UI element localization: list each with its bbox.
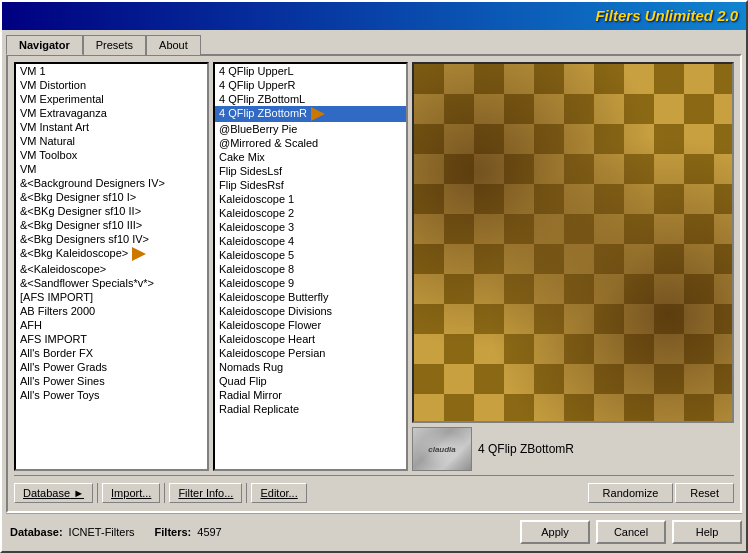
right-list-item[interactable]: Kaleidoscope 4	[215, 234, 406, 248]
filter-name-label: 4 QFlip ZBottomR	[478, 442, 734, 456]
left-list-item[interactable]: VM Natural	[16, 134, 207, 148]
help-button[interactable]: Help	[672, 520, 742, 544]
bottom-toolbar: Database ► Import... Filter Info... Edit…	[14, 475, 734, 505]
right-list-item[interactable]: Quad Flip	[215, 374, 406, 388]
left-list-item[interactable]: VM Distortion	[16, 78, 207, 92]
editor-button[interactable]: Editor...	[251, 483, 306, 503]
right-list-item[interactable]: @BlueBerry Pie	[215, 122, 406, 136]
tab-bar: Navigator Presets About	[6, 34, 742, 54]
title-bar: Filters Unlimited 2.0	[2, 2, 746, 30]
status-filters: Filters: 4597	[155, 526, 222, 538]
arrow-indicator	[311, 107, 325, 121]
right-list-item[interactable]: 4 QFlip UpperL	[215, 64, 406, 78]
separator-1	[97, 483, 98, 503]
right-list-item[interactable]: Kaleidoscope 5	[215, 248, 406, 262]
checker-pattern	[414, 64, 732, 421]
randomize-button[interactable]: Randomize	[588, 483, 674, 503]
right-list-item[interactable]: Kaleidoscope 2	[215, 206, 406, 220]
left-list-item[interactable]: VM Extravaganza	[16, 106, 207, 120]
filters-label: Filters:	[155, 526, 192, 538]
right-list-item[interactable]: Radial Replicate	[215, 402, 406, 416]
left-list-item[interactable]: AB Filters 2000	[16, 304, 207, 318]
separator-3	[246, 483, 247, 503]
left-list-item[interactable]: All's Power Sines	[16, 374, 207, 388]
preview-image	[412, 62, 734, 423]
right-list-item[interactable]: Kaleidoscope Divisions	[215, 304, 406, 318]
left-list-item[interactable]: All's Power Toys	[16, 388, 207, 402]
right-list-item[interactable]: 4 QFlip UpperR	[215, 78, 406, 92]
left-list-item[interactable]: AFS IMPORT	[16, 332, 207, 346]
right-list-item[interactable]: Kaleidoscope Persian	[215, 346, 406, 360]
right-list-item[interactable]: Radial Mirror	[215, 388, 406, 402]
claudia-logo: claudia	[413, 428, 471, 470]
right-list-item[interactable]: Kaleidoscope Butterfly	[215, 290, 406, 304]
arrow-indicator	[132, 247, 146, 261]
status-section: Database: ICNET-Filters Filters: 4597	[6, 526, 226, 538]
preview-area: claudia 4 QFlip ZBottomR	[412, 62, 734, 471]
apply-button[interactable]: Apply	[520, 520, 590, 544]
right-list-item[interactable]: Kaleidoscope 8	[215, 262, 406, 276]
filter-info-button[interactable]: Filter Info...	[169, 483, 242, 503]
left-list-item[interactable]: VM Experimental	[16, 92, 207, 106]
content-area: VM 1VM DistortionVM ExperimentalVM Extra…	[6, 54, 742, 513]
left-list-item[interactable]: &<BKg Designer sf10 II>	[16, 204, 207, 218]
upper-panel: VM 1VM DistortionVM ExperimentalVM Extra…	[14, 62, 734, 471]
status-database: Database: ICNET-Filters	[10, 526, 135, 538]
database-button[interactable]: Database ►	[14, 483, 93, 503]
right-list-item[interactable]: 4 QFlip ZBottomL	[215, 92, 406, 106]
right-list-item[interactable]: 4 QFlip ZBottomR	[215, 106, 406, 122]
import-button[interactable]: Import...	[102, 483, 160, 503]
left-list[interactable]: VM 1VM DistortionVM ExperimentalVM Extra…	[14, 62, 209, 471]
left-list-item[interactable]: VM Toolbox	[16, 148, 207, 162]
preview-info: claudia 4 QFlip ZBottomR	[412, 427, 734, 471]
preview-thumb: claudia	[412, 427, 472, 471]
left-list-item[interactable]: All's Power Grads	[16, 360, 207, 374]
separator-2	[164, 483, 165, 503]
action-buttons: Apply Cancel Help	[520, 520, 742, 544]
left-list-item[interactable]: All's Border FX	[16, 346, 207, 360]
left-list-item[interactable]: VM	[16, 162, 207, 176]
left-list-item[interactable]: VM Instant Art	[16, 120, 207, 134]
reset-button[interactable]: Reset	[675, 483, 734, 503]
app-title: Filters Unlimited 2.0	[595, 7, 738, 24]
left-list-item[interactable]: &<Bkg Designer sf10 III>	[16, 218, 207, 232]
left-list-item[interactable]: &<Sandflower Specials*v*>	[16, 276, 207, 290]
right-list-item[interactable]: Nomads Rug	[215, 360, 406, 374]
database-value: ICNET-Filters	[69, 526, 135, 538]
right-list-item[interactable]: Kaleidoscope 3	[215, 220, 406, 234]
tab-navigator[interactable]: Navigator	[6, 35, 83, 55]
filters-value: 4597	[197, 526, 221, 538]
right-list-item[interactable]: Kaleidoscope 9	[215, 276, 406, 290]
tab-about[interactable]: About	[146, 35, 201, 55]
right-list-inner[interactable]: 4 QFlip UpperL4 QFlip UpperR4 QFlip ZBot…	[215, 64, 406, 469]
cancel-button[interactable]: Cancel	[596, 520, 666, 544]
left-list-item[interactable]: &<Bkg Designers sf10 IV>	[16, 232, 207, 246]
right-list-item[interactable]: Cake Mix	[215, 150, 406, 164]
right-list[interactable]: 4 QFlip UpperL4 QFlip UpperR4 QFlip ZBot…	[213, 62, 408, 471]
right-list-item[interactable]: @Mirrored & Scaled	[215, 136, 406, 150]
left-list-item[interactable]: &<Bkg Kaleidoscope>	[16, 246, 207, 262]
left-list-inner[interactable]: VM 1VM DistortionVM ExperimentalVM Extra…	[16, 64, 207, 469]
right-list-item[interactable]: Flip SidesRsf	[215, 178, 406, 192]
right-list-item[interactable]: Kaleidoscope Flower	[215, 318, 406, 332]
tab-presets[interactable]: Presets	[83, 35, 146, 55]
claudia-text: claudia	[428, 445, 456, 454]
database-label: Database:	[10, 526, 63, 538]
left-list-item[interactable]: VM 1	[16, 64, 207, 78]
right-list-item[interactable]: Flip SidesLsf	[215, 164, 406, 178]
left-list-item[interactable]: &<Bkg Designer sf10 I>	[16, 190, 207, 204]
right-list-item[interactable]: Kaleidoscope 1	[215, 192, 406, 206]
left-list-item[interactable]: &<Kaleidoscope>	[16, 262, 207, 276]
right-list-item[interactable]: Kaleidoscope Heart	[215, 332, 406, 346]
left-list-item[interactable]: &<Background Designers IV>	[16, 176, 207, 190]
left-list-item[interactable]: AFH	[16, 318, 207, 332]
bottom-row: Database: ICNET-Filters Filters: 4597 Ap…	[6, 513, 742, 547]
left-list-item[interactable]: [AFS IMPORT]	[16, 290, 207, 304]
